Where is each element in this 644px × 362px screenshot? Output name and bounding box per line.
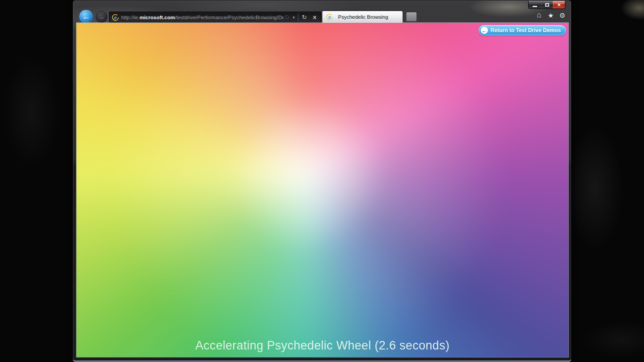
window-controls: × <box>528 1 565 9</box>
home-icon[interactable]: ⌂ <box>535 12 543 20</box>
address-dropdown-icon[interactable]: ▾ <box>290 15 297 20</box>
browser-toolbar: ⌂ ★ ⚙ <box>535 12 566 20</box>
maximize-button[interactable] <box>541 1 553 8</box>
favorites-star-icon[interactable]: ★ <box>547 12 555 20</box>
forward-arrow-icon: → <box>99 14 105 21</box>
return-button-label: Return to Test Drive Demos <box>491 27 561 34</box>
back-button[interactable]: ← <box>79 9 93 24</box>
maximize-icon <box>545 3 549 7</box>
refresh-button[interactable]: ↻ <box>299 14 309 21</box>
return-to-demos-button[interactable]: ← Return to Test Drive Demos <box>479 25 566 35</box>
ie-favicon-icon: e <box>112 14 119 21</box>
page-content: ← Return to Test Drive Demos Acceleratin… <box>76 23 568 357</box>
back-arrow-icon: ← <box>82 12 90 21</box>
minimize-icon <box>533 6 537 7</box>
forward-button[interactable]: → <box>96 11 107 23</box>
psychedelic-wheel <box>76 23 568 357</box>
close-icon: × <box>557 2 561 8</box>
desktop: { "window": { "controls": { "minimize_na… <box>0 0 644 362</box>
address-bar[interactable]: e http://ie.microsoft.com/testdrive/Perf… <box>109 12 321 23</box>
url-path: /testdrive/Performance/PsychedelicBrowsi… <box>175 15 284 20</box>
tab-title: Psychedelic Browsing <box>338 14 388 20</box>
address-divider <box>298 13 298 21</box>
minimize-button[interactable] <box>529 1 541 8</box>
url-prefix: http://ie. <box>121 15 140 20</box>
close-button[interactable]: × <box>553 1 565 8</box>
compatibility-view-icon[interactable] <box>285 15 289 19</box>
left-arrow-icon: ← <box>481 27 488 34</box>
svg-text:e: e <box>114 15 117 20</box>
gear-icon[interactable]: ⚙ <box>559 12 566 20</box>
url-text: http://ie.microsoft.com/testdrive/Perfor… <box>121 15 284 20</box>
ie-tab-favicon-icon: e <box>326 13 333 21</box>
demo-caption: Accelerating Psychedelic Wheel (2.6 seco… <box>76 339 568 353</box>
stop-button[interactable]: × <box>309 14 320 21</box>
new-tab-button[interactable] <box>406 12 417 21</box>
tab-psychedelic-browsing[interactable]: e Psychedelic Browsing <box>322 11 403 23</box>
svg-text:e: e <box>328 14 331 20</box>
url-domain: microsoft.com <box>140 15 175 20</box>
browser-window: × ← → e http://ie.microsoft.com/testdriv… <box>72 0 572 362</box>
